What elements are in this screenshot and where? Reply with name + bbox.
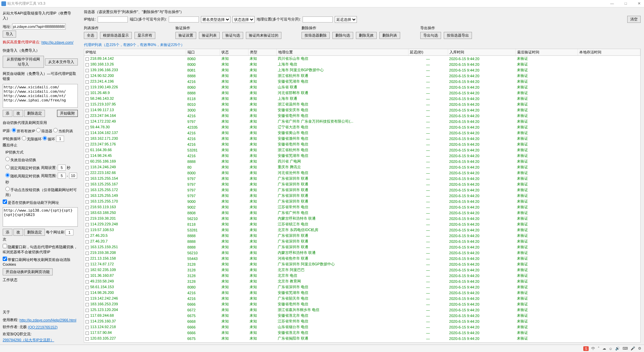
start-absorb-button[interactable]: 开始吸附	[57, 110, 78, 117]
qqgroup-link[interactable]: 299784290（站大爷IP交流群）	[3, 338, 54, 343]
author-qq[interactable]: (QQ:2219765152)	[28, 325, 58, 329]
verify-settings-button[interactable]: 验证设置	[175, 32, 196, 39]
row-checkbox[interactable]	[86, 109, 89, 112]
table-row[interactable]: 183.166.253.2396666未知未知安徽省亳州市 电信—2020-6-…	[84, 301, 640, 307]
filter-port-input[interactable]	[169, 16, 199, 23]
start-switch-button[interactable]: 开启自动换IP及刷网页功能	[3, 268, 53, 275]
verify-selected-button[interactable]: 验证勾选	[222, 32, 243, 39]
absorb-urls-textarea[interactable]: http://www.xicidaili.com/ http://www.xic…	[3, 84, 78, 108]
table-row[interactable]: 183.162.171.2304216未知未知安徽省滁州市 电信—2020-6-…	[84, 136, 640, 141]
row-checkbox[interactable]	[86, 337, 89, 341]
row-checkbox[interactable]	[86, 172, 89, 175]
table-row[interactable]: 58.253.156.916675未知未知广东省揭阳市 联通—2020-6-15…	[84, 341, 640, 343]
col-2[interactable]: 状态	[220, 49, 248, 56]
del-selected-button[interactable]: 删除勾选	[332, 32, 353, 39]
src-filter-radio[interactable]: 筛选器	[36, 128, 52, 134]
table-row[interactable]: 119.142.242.2464216未知未知广东省韶关市 电信—2020-6-…	[84, 296, 640, 301]
export-selected-button[interactable]: 导出勾选	[420, 32, 441, 39]
table-row[interactable]: 163.125.159.2518888未知未知广东省深圳市 联通—2020-6-…	[84, 244, 640, 250]
row-checkbox[interactable]	[86, 183, 89, 186]
row-checkbox[interactable]	[86, 143, 89, 146]
mode-random-radio[interactable]: 随机周期定时切换	[5, 173, 40, 179]
tray-smile-icon[interactable]: ☺	[609, 347, 612, 351]
row-checkbox[interactable]	[86, 252, 89, 255]
src-current-radio[interactable]: 当前列表	[53, 128, 73, 134]
row-checkbox[interactable]	[86, 132, 89, 135]
table-row[interactable]: 221.13.156.15855443未知未知河南省焦作市 联通—2020-6-…	[84, 256, 640, 261]
table-row[interactable]: 163.125.255.1549797未知未知广东省深圳市 联通—2020-6-…	[84, 176, 640, 181]
table-row[interactable]: 117.57.90.846666未知未知安徽省淮北市 电信—2020-6-15 …	[84, 330, 640, 336]
textfile-import-button[interactable]: 从文本文件导入	[45, 58, 78, 65]
filter-delay-select[interactable]: 延迟选择	[335, 16, 357, 23]
table-row[interactable]: 49.233.58.2493128未知未知北京市 教育网—2020-6-15 9…	[84, 278, 640, 284]
row-checkbox[interactable]	[86, 194, 89, 198]
brush-mod-button[interactable]: 改	[13, 229, 23, 236]
tutorial-link[interactable]: http://ip.zdaye.com/Help/2966.html	[19, 318, 76, 322]
row-checkbox[interactable]	[86, 297, 89, 301]
row-checkbox[interactable]	[86, 200, 89, 204]
each-count-input[interactable]	[65, 229, 73, 235]
table-row[interactable]: 124.172.232.499797未知未知广东省广州市 广东金万邦科技投资有限…	[84, 119, 640, 124]
row-checkbox[interactable]	[86, 206, 89, 209]
row-checkbox[interactable]	[86, 292, 89, 295]
tray-keyboard-icon[interactable]: ⌨	[623, 346, 628, 351]
table-row[interactable]: 119.190.149.2268060未知未知山东省 联通—2020-6-15 …	[84, 84, 640, 90]
table-row[interactable]: 223.241.4.1964216未知未知安徽省芜湖市 电信—2020-6-15…	[84, 79, 640, 84]
row-checkbox[interactable]	[86, 263, 89, 266]
row-checkbox[interactable]	[86, 309, 89, 312]
table-row[interactable]: 163.125.255.1679797未知未知广东省深圳市 联通—2020-6-…	[84, 181, 640, 187]
show-all-button[interactable]: 显示所有	[135, 32, 155, 39]
tray-volume-icon[interactable]: 🔊	[615, 346, 620, 351]
row-checkbox[interactable]	[86, 92, 89, 95]
col-3[interactable]: 类型	[248, 49, 276, 56]
row-checkbox[interactable]	[86, 223, 89, 226]
table-row[interactable]: 119.57.108.5353281未知未知北京市 东四电信IDC机房—2020…	[84, 227, 640, 233]
auto-brush-checkbox[interactable]: 是否在切换IP后自动刷下列网址	[3, 200, 59, 205]
rotate-count-input[interactable]	[56, 136, 64, 142]
table-row[interactable]: 223.247.95.1764216未知未知安徽省亳州市 电信—2020-6-1…	[84, 141, 640, 147]
table-row[interactable]: 163.125.255.1709000未知未知广东省深圳市 联通—2020-6-…	[84, 199, 640, 204]
filter-geo-input[interactable]	[303, 16, 333, 23]
row-checkbox[interactable]	[86, 63, 89, 67]
row-checkbox[interactable]	[86, 97, 89, 101]
tray-settings-icon[interactable]: ⚙	[638, 346, 641, 351]
col-0[interactable]: IP地址	[84, 49, 186, 56]
col-7[interactable]: 最后验证时间	[516, 49, 578, 56]
table-row[interactable]: 222.223.182.668000未知未知河北省沧州市 电信—2020-6-1…	[84, 170, 640, 176]
src-all-radio[interactable]: 所有有效IP	[12, 128, 35, 134]
tray-up-icon[interactable]: ˄	[598, 346, 600, 351]
row-checkbox[interactable]	[86, 57, 89, 61]
table-row[interactable]: 219.159.38.20856210未知未知内蒙古呼和浩特市 联通—2020-…	[84, 250, 640, 256]
row-checkbox[interactable]	[86, 269, 89, 272]
row-checkbox[interactable]	[86, 234, 89, 238]
verify-list-button[interactable]: 验证列表	[199, 32, 220, 39]
table-row[interactable]: 27.46.20.58888未知未知广东省深圳市 联通—2020-6-15 9:…	[84, 233, 640, 238]
row-checkbox[interactable]	[86, 286, 89, 289]
row-checkbox[interactable]	[86, 326, 89, 329]
mode-fixed-radio[interactable]: 固定周期定时切换	[5, 165, 40, 171]
tray-cloud-icon[interactable]: ☁	[602, 346, 606, 351]
del-by-filter-button[interactable]: 按筛选器删除	[302, 32, 330, 39]
row-checkbox[interactable]	[86, 75, 89, 78]
filter-show-button[interactable]: 根据筛选器显示	[100, 32, 132, 39]
row-checkbox[interactable]	[86, 212, 89, 215]
minimize-button[interactable]: —	[608, 1, 616, 6]
row-checkbox[interactable]	[86, 69, 89, 72]
table-row[interactable]: 114.99.117.133000未知未知安徽省安庆市 电信—2020-6-15…	[84, 107, 640, 113]
filter-status-select[interactable]: 状态选择	[232, 16, 255, 23]
table-row[interactable]: 219.159.38.20156210未知未知内蒙古呼和浩特市 联通—2020-…	[84, 216, 640, 221]
row-checkbox[interactable]	[86, 189, 89, 192]
row-checkbox[interactable]	[86, 314, 89, 318]
mode-manual-radio[interactable]: 手动点击按钮切换（仅非隐藏刷网址时可用）	[5, 187, 78, 197]
row-checkbox[interactable]	[86, 160, 89, 164]
row-checkbox[interactable]	[86, 246, 89, 249]
filter-clear-button[interactable]: 清空	[627, 16, 641, 23]
rotate-loop-radio[interactable]: 循环	[43, 136, 55, 142]
range-from-input[interactable]	[58, 173, 66, 179]
absorb-del-button[interactable]: 删除选定	[24, 110, 45, 117]
row-checkbox[interactable]	[86, 155, 89, 158]
row-checkbox[interactable]	[86, 120, 89, 124]
table-row[interactable]: 125.123.120.2046672未知未知浙江省嘉兴市桐乡市 电信—2020…	[84, 307, 640, 313]
row-checkbox[interactable]	[86, 115, 89, 118]
table-row[interactable]: 163.125.255.1729797未知未知广东省深圳市 联通—2020-6-…	[84, 187, 640, 193]
